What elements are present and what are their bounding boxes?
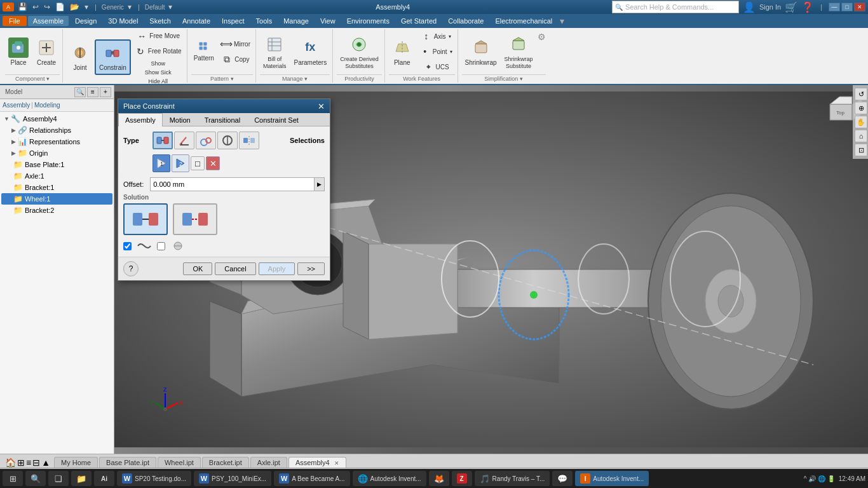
tree-item-representations[interactable]: ▶ 📊 Representations — [1, 136, 112, 147]
help-icon[interactable]: ❓ — [801, 1, 814, 13]
solution-btn-1[interactable] — [123, 203, 168, 235]
home-btn[interactable]: ⌂ — [855, 130, 867, 142]
word3-btn[interactable]: W A Bee Became A... — [274, 471, 349, 486]
dialog-close-button[interactable]: ✕ — [318, 102, 325, 111]
menu-getstarted[interactable]: Get Started — [396, 16, 442, 26]
shrinkwrap-button[interactable]: Shrinkwrap — [462, 36, 500, 69]
parameters-button[interactable]: fx Parameters — [291, 36, 330, 69]
workspace-dropdown[interactable]: ▾ — [126, 3, 133, 11]
apply-button[interactable]: Apply — [259, 262, 295, 275]
offset-arrow-btn[interactable]: ▶ — [314, 178, 324, 191]
dialog-tab-assembly[interactable]: Assembly — [118, 113, 163, 126]
quick-open[interactable]: 📂 — [69, 3, 81, 11]
menu-assemble[interactable]: Assemble — [28, 16, 69, 26]
zoom-btn[interactable]: ⊕ — [855, 102, 867, 114]
menu-inspect[interactable]: Inspect — [217, 16, 249, 26]
ai-btn[interactable]: Ai — [94, 471, 114, 486]
hide-all-button[interactable]: Hide All — [132, 78, 184, 85]
panel-menu-btn[interactable]: ≡ — [87, 87, 98, 97]
bom-button[interactable]: Bill ofMaterials — [260, 32, 290, 72]
ok-button[interactable]: OK — [183, 262, 212, 275]
chrome-btn[interactable]: 🌐 Autodesk Invent... — [353, 471, 426, 486]
menu-file[interactable]: File — [3, 16, 27, 26]
inventor-btn[interactable]: I Autodesk Invent... — [575, 471, 649, 486]
word1-btn[interactable]: W SP20 Testing.do... — [117, 471, 191, 486]
search-taskbar-btn[interactable]: 🔍 — [25, 471, 46, 486]
selection-lock-btn[interactable]: □ — [191, 156, 205, 170]
menu-design[interactable]: Design — [70, 16, 102, 26]
bottom-tab-assembly4[interactable]: Assembly4 ✕ — [288, 457, 346, 468]
firefox-btn[interactable]: 🦊 — [429, 471, 449, 486]
selection-2-btn[interactable]: 2 — [172, 154, 189, 172]
offset-field[interactable]: ▶ — [150, 177, 325, 191]
menu-collaborate[interactable]: Collaborate — [443, 16, 489, 26]
bottom-list-icon[interactable]: ≡ — [26, 458, 31, 468]
menu-electromechanical[interactable]: Electromechanical — [490, 16, 557, 26]
tree-item-bracket2[interactable]: 📁 Bracket:2 — [1, 205, 112, 216]
offset-input[interactable] — [151, 178, 314, 191]
dialog-help-btn[interactable]: ? — [123, 261, 139, 276]
plane-button[interactable]: Plane — [389, 36, 416, 69]
copy-button[interactable]: ⧉ Copy — [218, 53, 253, 67]
tree-item-bracket1[interactable]: 📁 Bracket:1 — [1, 182, 112, 193]
bottom-tab-wheel[interactable]: Wheel.ipt — [158, 457, 201, 468]
menu-tools[interactable]: Tools — [251, 16, 278, 26]
taskview-btn[interactable]: ❑ — [48, 471, 69, 486]
tree-item-relationships[interactable]: ▶ 🔗 Relationships — [1, 125, 112, 136]
bottom-expand-icon[interactable]: ▲ — [41, 458, 50, 468]
place-button[interactable]: Place — [5, 36, 32, 69]
teams-btn[interactable]: 💬 — [552, 471, 573, 486]
type-insert-btn[interactable] — [217, 132, 238, 149]
menu-environments[interactable]: Environments — [342, 16, 395, 26]
pan-btn[interactable]: ✋ — [855, 116, 867, 128]
solution-btn-2[interactable] — [173, 203, 217, 235]
bottom-home-icon[interactable]: 🏠 — [5, 458, 16, 468]
bottom-tab-myhome[interactable]: My Home — [54, 457, 98, 468]
panel-expand-btn[interactable]: + — [100, 87, 111, 97]
cart-icon[interactable]: 🛒 — [785, 1, 797, 13]
point-button[interactable]: • Point ▾ — [417, 45, 455, 59]
quick-new[interactable]: 📄 — [54, 3, 66, 11]
menu-sketch[interactable]: Sketch — [144, 16, 176, 26]
free-move-button[interactable]: ↔ Free Move — [132, 29, 184, 43]
menu-view[interactable]: View — [315, 16, 341, 26]
selection-clear-btn[interactable]: ✕ — [206, 156, 220, 170]
constrain-button[interactable]: Constrain — [95, 39, 131, 75]
type-mate-btn[interactable] — [153, 132, 173, 149]
ribbon-more[interactable]: ▾ — [560, 16, 564, 26]
mirror-button[interactable]: ⟺ Mirror — [218, 37, 253, 51]
simplification-settings[interactable]: ⚙ — [538, 32, 546, 42]
bottom-tab-bracket[interactable]: Bracket.ipt — [202, 457, 249, 468]
menu-manage[interactable]: Manage — [278, 16, 314, 26]
free-rotate-button[interactable]: ↻ Free Rotate — [132, 44, 184, 58]
type-angle-btn[interactable] — [174, 132, 194, 149]
tree-item-origin[interactable]: ▶ 📁 Origin — [1, 147, 112, 159]
shrinkwrap-sub-button[interactable]: ShrinkwrapSubstitute — [501, 32, 536, 72]
tree-item-baseplate[interactable]: 📁 Base Plate:1 — [1, 159, 112, 170]
tree-item-axle[interactable]: 📁 Axle:1 — [1, 170, 112, 182]
adaptive-checkbox[interactable] — [157, 242, 165, 250]
minimize-button[interactable]: — — [829, 3, 840, 11]
bottom-tab-axle[interactable]: Axle.ipt — [250, 457, 287, 468]
close-button[interactable]: ✕ — [854, 3, 865, 11]
show-sick-button[interactable]: Show Sick — [132, 69, 184, 77]
music-btn[interactable]: 🎵 Randy Travis – T... — [475, 471, 550, 486]
panel-search-btn[interactable]: 🔍 — [74, 87, 86, 97]
quick-undo[interactable]: ↩ — [31, 3, 40, 11]
start-button[interactable]: ⊞ — [3, 471, 23, 486]
zotero-btn[interactable]: Z — [452, 471, 472, 486]
search-bar[interactable]: 🔍 Search Help & Commands... — [612, 1, 739, 13]
joint-button[interactable]: Joint — [67, 41, 93, 74]
axis-button[interactable]: ↕ Axis ▾ — [417, 30, 455, 44]
maximize-button[interactable]: □ — [841, 3, 853, 11]
ucs-button[interactable]: ⌖ UCS — [417, 60, 455, 74]
selection-1-btn[interactable]: 1 — [153, 154, 170, 172]
fileexplorer-btn[interactable]: 📁 — [71, 471, 92, 486]
bottom-grid-icon[interactable]: ⊞ — [17, 458, 25, 468]
close-tab-btn[interactable]: ✕ — [334, 460, 339, 466]
show-button[interactable]: Show — [132, 60, 184, 68]
predict-checkbox[interactable] — [123, 242, 132, 250]
quick-save[interactable]: 💾 — [17, 3, 29, 11]
style-dropdown[interactable]: ▾ — [167, 3, 173, 11]
menu-annotate[interactable]: Annotate — [177, 16, 215, 26]
